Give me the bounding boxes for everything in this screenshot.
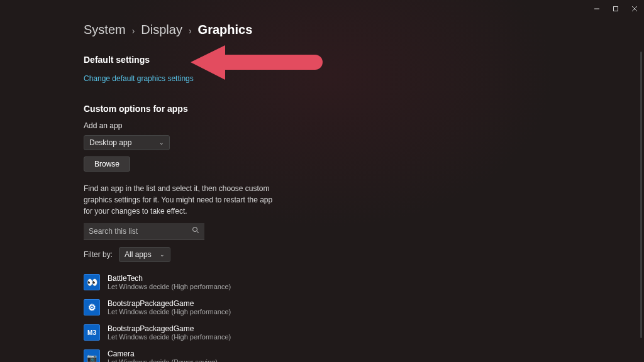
filter-dropdown[interactable]: All apps ⌄	[119, 247, 170, 262]
svg-point-4	[193, 228, 197, 232]
breadcrumb: System › Display › Graphics	[84, 23, 562, 37]
app-list: BattleTechLet Windows decide (High perfo…	[84, 270, 562, 362]
default-settings-heading: Default settings	[84, 55, 562, 65]
custom-options-heading: Custom options for apps	[84, 104, 562, 114]
app-icon: M3	[84, 324, 100, 341]
filter-by-label: Filter by:	[84, 250, 113, 259]
app-list-item[interactable]: BattleTechLet Windows decide (High perfo…	[84, 270, 562, 295]
app-icon	[84, 274, 100, 290]
app-subtitle: Let Windows decide (High performance)	[108, 283, 231, 290]
app-list-item[interactable]: M3BootstrapPackagedGameLet Windows decid…	[84, 320, 562, 345]
app-list-item[interactable]: BootstrapPackagedGameLet Windows decide …	[84, 295, 562, 320]
breadcrumb-graphics: Graphics	[198, 23, 253, 37]
search-list-input[interactable]	[84, 223, 204, 239]
app-type-dropdown[interactable]: Desktop app ⌄	[84, 135, 170, 150]
app-icon	[84, 299, 100, 315]
breadcrumb-system[interactable]: System	[84, 23, 126, 37]
chevron-down-icon: ⌄	[159, 140, 164, 146]
app-list-item[interactable]: CameraLet Windows decide (Power saving)	[84, 345, 562, 362]
breadcrumb-display[interactable]: Display	[141, 23, 182, 37]
browse-button[interactable]: Browse	[84, 156, 130, 172]
app-type-selected: Desktop app	[89, 138, 131, 147]
scrollbar[interactable]	[640, 52, 642, 338]
change-default-graphics-link[interactable]: Change default graphics settings	[84, 74, 194, 83]
app-name: Camera	[108, 349, 218, 358]
app-subtitle: Let Windows decide (High performance)	[108, 333, 231, 341]
chevron-down-icon: ⌄	[160, 251, 165, 258]
app-icon	[84, 349, 100, 362]
chevron-right-icon: ›	[189, 26, 192, 36]
window-maximize-button[interactable]	[606, 0, 625, 18]
window-minimize-button[interactable]	[587, 0, 606, 18]
svg-rect-1	[614, 7, 618, 11]
app-name: BootstrapPackagedGame	[108, 299, 231, 308]
app-subtitle: Let Windows decide (Power saving)	[108, 358, 218, 362]
helper-text: Find an app in the list and select it, t…	[84, 183, 279, 217]
filter-selected: All apps	[125, 250, 152, 259]
app-subtitle: Let Windows decide (High performance)	[108, 308, 231, 315]
add-app-label: Add an app	[84, 121, 562, 130]
svg-line-5	[197, 231, 199, 233]
search-input[interactable]	[89, 227, 192, 236]
app-name: BattleTech	[108, 274, 231, 283]
chevron-right-icon: ›	[132, 26, 135, 36]
app-name: BootstrapPackagedGame	[108, 324, 231, 333]
window-close-button[interactable]	[625, 0, 644, 18]
search-icon	[192, 226, 199, 236]
